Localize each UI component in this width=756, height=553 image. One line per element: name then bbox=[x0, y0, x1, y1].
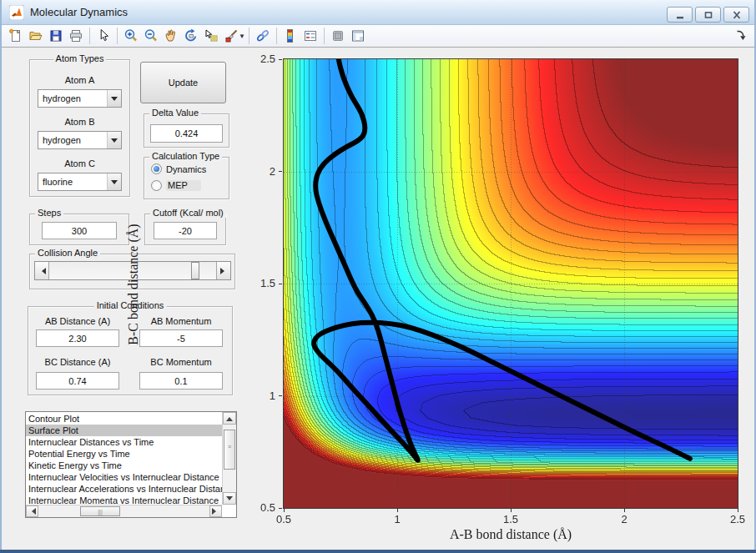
slider-thumb[interactable] bbox=[191, 262, 199, 279]
scroll-up-button[interactable] bbox=[223, 412, 236, 425]
toolbar-zoom-in-button[interactable] bbox=[121, 26, 141, 46]
x-tick-mark bbox=[624, 509, 625, 512]
list-item[interactable]: Internuclear Distances vs Time bbox=[26, 436, 222, 448]
bc-momentum-field[interactable]: 0.1 bbox=[139, 372, 223, 390]
toolbar-print-figure-button[interactable] bbox=[66, 26, 86, 46]
ab-momentum-field[interactable]: -5 bbox=[139, 329, 223, 347]
list-item[interactable]: Contour Plot bbox=[26, 413, 222, 425]
toolbar-zoom-out-button[interactable] bbox=[141, 26, 161, 46]
save-figure-icon bbox=[48, 28, 63, 43]
app-window: Molecular Dynamics ▼ Atom Types Atom A h… bbox=[0, 0, 756, 553]
list-item[interactable]: Internuclear Momenta vs Internuclear Dis… bbox=[26, 495, 222, 505]
list-item[interactable]: Internuclear Accelerations vs Internucle… bbox=[26, 483, 222, 495]
slider-left-arrow[interactable] bbox=[35, 262, 49, 279]
x-tick-label: 2.5 bbox=[721, 513, 754, 525]
vertical-scrollbar[interactable]: ≡ bbox=[222, 412, 236, 505]
atom-b-value: hydrogen bbox=[38, 132, 107, 148]
update-button[interactable]: Update bbox=[140, 62, 226, 103]
toolbar-rotate-3d-button[interactable] bbox=[181, 26, 201, 46]
minimize-button[interactable] bbox=[667, 7, 693, 23]
restore-button[interactable] bbox=[695, 7, 721, 23]
radio-unselected-icon[interactable] bbox=[151, 180, 162, 191]
atom-b-dropdown[interactable]: hydrogen bbox=[38, 131, 122, 149]
bc-distance-field[interactable]: 0.74 bbox=[36, 372, 119, 390]
delta-value-field[interactable]: 0.424 bbox=[150, 124, 223, 143]
atom-a-value: hydrogen bbox=[38, 90, 107, 107]
list-item[interactable]: Potential Energy vs Time bbox=[26, 448, 222, 460]
brush-dropdown-caret-icon[interactable]: ▼ bbox=[239, 33, 245, 40]
toolbar-data-cursor-button[interactable] bbox=[201, 26, 221, 46]
atom-c-value: fluorine bbox=[38, 173, 107, 190]
list-item[interactable]: Internuclear Velocities vs Internuclear … bbox=[26, 471, 222, 483]
ab-distance-field[interactable]: 2.30 bbox=[36, 329, 119, 347]
dynamics-radio-row[interactable]: Dynamics bbox=[151, 163, 206, 174]
cutoff-field[interactable]: -20 bbox=[154, 222, 217, 239]
link-plot-icon bbox=[255, 28, 270, 43]
toolbar-separator bbox=[117, 28, 118, 44]
toolbar-show-plot-tools-button[interactable] bbox=[348, 26, 368, 46]
horizontal-scrollbar[interactable]: ||| bbox=[26, 505, 222, 517]
ab-distance-label: AB Distance (A) bbox=[36, 316, 119, 326]
mep-radio-row[interactable]: MEP bbox=[151, 180, 201, 191]
dynamics-radio-label: Dynamics bbox=[166, 164, 206, 174]
radio-selected-icon[interactable] bbox=[151, 163, 162, 174]
window-title: Molecular Dynamics bbox=[30, 6, 128, 18]
y-tick-mark bbox=[279, 395, 282, 396]
dock-figure-icon[interactable] bbox=[734, 28, 748, 42]
chevron-down-icon[interactable] bbox=[107, 173, 121, 190]
toolbar-separator bbox=[89, 28, 90, 44]
plot-box bbox=[283, 58, 738, 509]
zoom-out-icon bbox=[144, 28, 159, 43]
toolbar-open-file-button[interactable] bbox=[26, 26, 46, 46]
toolbar-separator bbox=[276, 28, 277, 44]
minimize-icon bbox=[674, 10, 686, 20]
y-tick-label: 1 bbox=[249, 390, 275, 402]
x-tick-label: 1 bbox=[381, 513, 414, 525]
toolbar-new-figure-button[interactable] bbox=[6, 26, 26, 46]
chevron-down-icon[interactable] bbox=[107, 90, 121, 107]
matlab-app-icon bbox=[9, 5, 24, 20]
toolbar-link-plot-button[interactable] bbox=[253, 26, 273, 46]
atom-c-label: Atom C bbox=[29, 158, 130, 168]
toolbar-hide-plot-tools-button[interactable] bbox=[328, 26, 348, 46]
pan-icon bbox=[164, 28, 179, 43]
atom-types-title: Atom Types bbox=[53, 53, 107, 63]
toolbar-insert-colorbar-button[interactable] bbox=[280, 26, 300, 46]
atom-c-dropdown[interactable]: fluorine bbox=[38, 173, 122, 191]
zoom-in-icon bbox=[123, 28, 139, 43]
steps-title: Steps bbox=[35, 208, 63, 218]
titlebar[interactable]: Molecular Dynamics bbox=[0, 0, 756, 25]
x-tick-mark bbox=[738, 509, 738, 512]
scroll-down-button[interactable] bbox=[223, 492, 236, 505]
x-tick-label: 0.5 bbox=[267, 513, 300, 525]
y-tick-label: 2 bbox=[249, 165, 275, 178]
scroll-left-button[interactable] bbox=[26, 505, 38, 517]
list-item[interactable]: Kinetic Energy vs Time bbox=[26, 460, 222, 471]
window-border-bottom bbox=[0, 550, 756, 553]
toolbar-edit-plot-button[interactable] bbox=[93, 26, 113, 46]
vertical-scroll-thumb[interactable]: ≡ bbox=[224, 430, 235, 470]
list-item[interactable]: Surface Plot bbox=[26, 425, 222, 436]
slider-right-arrow[interactable] bbox=[216, 262, 230, 279]
steps-field[interactable]: 300 bbox=[42, 222, 117, 239]
close-icon bbox=[731, 10, 743, 20]
y-tick-label: 0.5 bbox=[249, 501, 275, 514]
x-tick-mark bbox=[284, 509, 285, 512]
toolbar-insert-legend-button[interactable] bbox=[300, 26, 320, 46]
y-tick-mark bbox=[279, 59, 282, 60]
plot-type-listbox[interactable]: Contour PlotSurface PlotInternuclear Dis… bbox=[25, 411, 237, 518]
x-tick-mark bbox=[397, 509, 398, 512]
toolbar-save-figure-button[interactable] bbox=[46, 26, 66, 46]
y-tick-mark bbox=[279, 508, 282, 509]
chevron-down-icon[interactable] bbox=[107, 132, 121, 148]
horizontal-scroll-thumb[interactable]: ||| bbox=[80, 506, 120, 516]
close-button[interactable] bbox=[723, 7, 749, 23]
y-tick-mark bbox=[279, 171, 282, 172]
scroll-right-button[interactable] bbox=[209, 505, 222, 517]
mep-radio-label: MEP bbox=[166, 180, 201, 191]
atom-a-label: Atom A bbox=[29, 75, 130, 85]
contour-plot-canvas[interactable] bbox=[284, 59, 738, 508]
toolbar-pan-button[interactable] bbox=[161, 26, 181, 46]
print-figure-icon bbox=[68, 28, 83, 43]
atom-a-dropdown[interactable]: hydrogen bbox=[38, 89, 122, 108]
